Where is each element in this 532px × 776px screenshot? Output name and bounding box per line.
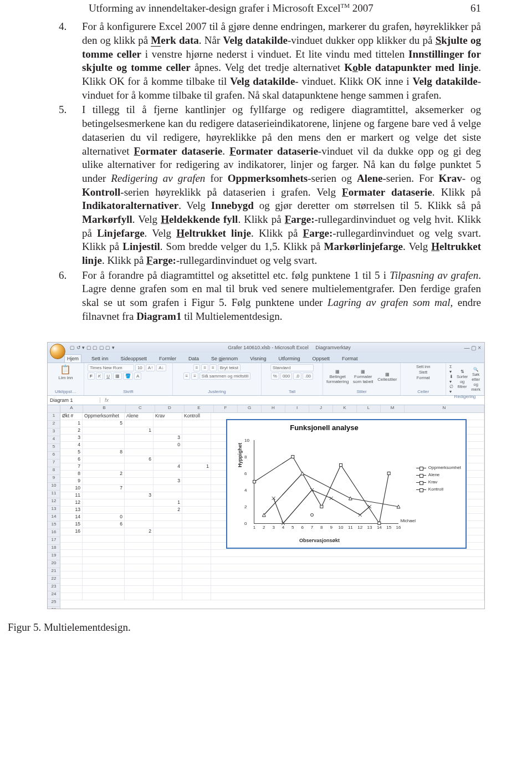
bold-button[interactable]: F bbox=[88, 372, 95, 380]
tab-sett-inn[interactable]: Sett inn bbox=[89, 355, 111, 363]
find-icon[interactable]: 🔍 bbox=[471, 367, 480, 372]
figure-caption: Figur 5. Multielementdesign. bbox=[0, 621, 532, 634]
tab-sideoppsett[interactable]: Sideoppsett bbox=[119, 355, 150, 363]
chart-annotation: Michael bbox=[400, 518, 416, 523]
format-button[interactable]: Format bbox=[417, 375, 430, 380]
fx-icon[interactable]: fx bbox=[100, 397, 113, 403]
sort-icon[interactable]: ⇅ bbox=[457, 369, 468, 374]
ribbon-tabs[interactable]: Hjem Sett inn Sideoppsett Formler Data S… bbox=[48, 353, 484, 363]
window-controls[interactable]: — ▢ × bbox=[464, 345, 481, 351]
svg-rect-4 bbox=[378, 522, 381, 525]
insert-button[interactable]: Sett inn bbox=[416, 364, 430, 369]
tab-hjem[interactable]: Hjem bbox=[64, 354, 81, 363]
column-headers[interactable]: ABCDEFGHIJKLMN bbox=[60, 405, 484, 413]
border-icon[interactable]: ▦ bbox=[113, 372, 122, 380]
ribbon: 📋Lim innUtklippst… Times New Rom10A↑A↓FK… bbox=[48, 363, 484, 396]
svg-point-22 bbox=[311, 514, 314, 517]
tab-oppsett[interactable]: Oppsett bbox=[310, 355, 332, 363]
chart-ylabel: Hyppighet bbox=[237, 443, 243, 467]
svg-rect-5 bbox=[387, 472, 390, 475]
svg-rect-0 bbox=[253, 481, 256, 483]
merge-button[interactable]: Slå sammen og midtstill bbox=[200, 372, 250, 380]
svg-rect-1 bbox=[291, 456, 294, 458]
fill-icon[interactable]: 🪣 bbox=[123, 372, 133, 380]
svg-rect-3 bbox=[340, 464, 342, 467]
list-num-4: 4. bbox=[55, 20, 82, 102]
align-icon[interactable]: ≡ bbox=[193, 364, 201, 371]
svg-marker-7 bbox=[301, 472, 304, 475]
row-headers[interactable]: 1234567891011121314151617181920212223242… bbox=[48, 405, 60, 609]
chart-plot-area: 024681012345678910111213141516 bbox=[254, 440, 398, 524]
excel-window: ▢ ↺ ▾ ▢ ▢ ▢ ▢ ▾ Grafer 140610.xlsb - Mic… bbox=[47, 342, 485, 609]
fontsize-select[interactable]: 10 bbox=[135, 364, 145, 371]
font-select[interactable]: Times New Rom bbox=[88, 364, 134, 371]
cond-format-icon[interactable]: ▦ bbox=[326, 369, 349, 374]
formula-bar[interactable]: Diagram 1 fx bbox=[48, 396, 484, 405]
underline-button[interactable]: U bbox=[104, 372, 112, 380]
figure-5: ▢ ↺ ▾ ▢ ▢ ▢ ▢ ▾ Grafer 140610.xlsb - Mic… bbox=[47, 342, 485, 609]
list-num-5: 5. bbox=[55, 103, 82, 267]
chart-legend: Oppmerksomhet Alene Krav Kontroll bbox=[416, 464, 461, 493]
format-table-icon[interactable]: ▦ bbox=[352, 369, 374, 374]
running-header: Utforming av innendeltaker-design grafer… bbox=[0, 0, 532, 14]
tab-data[interactable]: Data bbox=[186, 355, 201, 363]
tab-se-gjennom[interactable]: Se gjennom bbox=[209, 355, 240, 363]
shrink-font-icon[interactable]: A↓ bbox=[156, 364, 166, 371]
body-text: 4. For å konfigurere Excel 2007 til å gj… bbox=[0, 14, 532, 323]
tab-format[interactable]: Format bbox=[340, 355, 360, 363]
name-box[interactable]: Diagram 1 bbox=[48, 397, 100, 403]
grow-font-icon[interactable]: A↑ bbox=[146, 364, 155, 371]
fontcolor-icon[interactable]: A bbox=[134, 372, 141, 380]
page-number: 61 bbox=[470, 2, 481, 14]
cell-styles-icon[interactable]: ▦ bbox=[377, 372, 397, 377]
tab-visning[interactable]: Visning bbox=[248, 355, 268, 363]
number-format[interactable]: Standard bbox=[270, 364, 314, 371]
wrap-button[interactable]: Bryt tekst bbox=[218, 364, 241, 371]
title-bar: ▢ ↺ ▾ ▢ ▢ ▢ ▢ ▾ Grafer 140610.xlsb - Mic… bbox=[48, 343, 484, 353]
list-num-6: 6. bbox=[55, 269, 82, 324]
delete-button[interactable]: Slett bbox=[419, 370, 427, 375]
tab-utforming[interactable]: Utforming bbox=[277, 355, 303, 363]
tab-formler[interactable]: Formler bbox=[157, 355, 178, 363]
svg-rect-2 bbox=[320, 506, 323, 508]
italic-button[interactable]: K bbox=[96, 372, 103, 380]
paste-icon[interactable]: 📋 bbox=[60, 364, 71, 375]
embedded-chart[interactable]: Funksjonell analyse Hyppighet Observasjo… bbox=[227, 420, 466, 548]
chart-xlabel: Observasjonsøkt bbox=[299, 538, 340, 543]
chart-title: Funksjonell analyse bbox=[227, 423, 421, 432]
